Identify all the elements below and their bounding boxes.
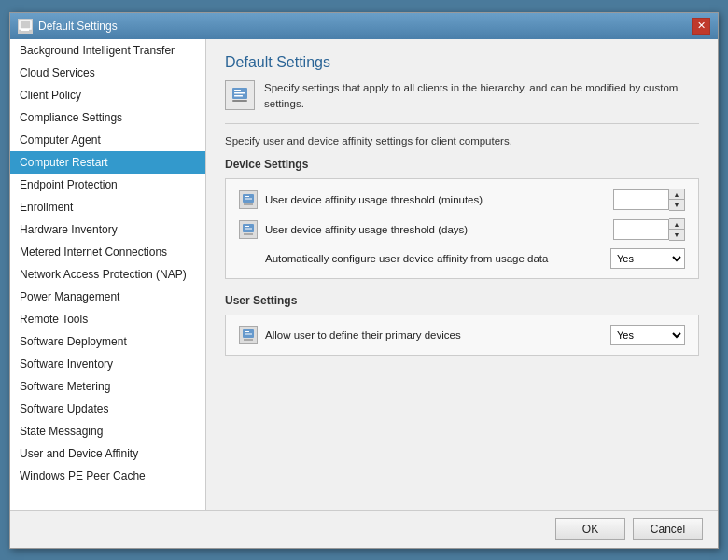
user-settings-header: User Settings (225, 294, 699, 307)
table-row: Allow user to define their primary devic… (239, 325, 685, 345)
setting-icon-4 (239, 326, 258, 344)
title-bar-left: Default Settings (18, 19, 118, 34)
svg-rect-14 (245, 229, 252, 230)
sidebar-item-9[interactable]: Metered Internet Connections (10, 241, 205, 263)
sidebar-item-14[interactable]: Software Inventory (10, 353, 205, 375)
table-row: Automatically configure user device affi… (239, 248, 685, 269)
cancel-button[interactable]: Cancel (633, 518, 703, 540)
sidebar-item-0[interactable]: Background Intelligent Transfer (10, 39, 205, 62)
spinbox-minutes-down[interactable]: ▼ (669, 200, 684, 210)
sidebar-item-3[interactable]: Compliance Settings (10, 106, 205, 129)
svg-rect-13 (245, 226, 249, 227)
svg-rect-10 (245, 199, 252, 200)
table-row: User device affinity usage threshold (da… (239, 218, 685, 241)
setting-label-minutes: User device affinity usage threshold (mi… (265, 194, 606, 205)
user-settings-section: User Settings Allow user to define their… (225, 294, 699, 356)
svg-rect-8 (244, 203, 253, 205)
setting-label-primary: Allow user to define their primary devic… (265, 329, 603, 341)
window-title: Default Settings (38, 20, 118, 33)
sidebar-item-2[interactable]: Client Policy (10, 84, 205, 106)
svg-rect-18 (245, 334, 252, 335)
sidebar-item-7[interactable]: Enrollment (10, 196, 205, 218)
svg-rect-17 (245, 331, 249, 332)
svg-rect-5 (234, 92, 245, 94)
spinbox-days-buttons: ▲ ▼ (669, 218, 685, 241)
close-button[interactable]: ✕ (692, 18, 710, 35)
spinbox-days-down[interactable]: ▼ (669, 230, 684, 240)
sidebar-item-11[interactable]: Power Management (10, 286, 205, 308)
svg-rect-9 (245, 196, 249, 197)
sidebar-item-6[interactable]: Endpoint Protection (10, 174, 205, 196)
primary-devices-select[interactable]: Yes No (610, 325, 685, 345)
setting-label-auto: Automatically configure user device affi… (265, 253, 603, 264)
sidebar-item-4[interactable]: Computer Agent (10, 129, 205, 151)
auto-configure-select[interactable]: Yes No (610, 248, 685, 269)
sidebar-item-19[interactable]: Windows PE Peer Cache (10, 465, 205, 487)
sidebar-item-17[interactable]: State Messaging (10, 420, 205, 442)
sidebar-item-8[interactable]: Hardware Inventory (10, 218, 205, 241)
sidebar-item-13[interactable]: Software Deployment (10, 330, 205, 353)
subtitle: Specify user and device affinity setting… (225, 135, 699, 147)
svg-rect-16 (244, 339, 253, 341)
svg-rect-6 (234, 95, 243, 97)
spinbox-minutes[interactable]: 2880 ▲ ▼ (613, 189, 685, 211)
sidebar-item-12[interactable]: Remote Tools (10, 308, 205, 330)
device-settings-group: User device affinity usage threshold (mi… (225, 178, 699, 279)
sidebar-item-15[interactable]: Software Metering (10, 375, 205, 398)
window-icon (18, 19, 33, 34)
setting-icon-1 (239, 190, 258, 209)
svg-rect-0 (20, 21, 31, 29)
setting-icon-2 (239, 220, 258, 239)
info-icon (225, 80, 255, 110)
spinbox-days[interactable]: 30 ▲ ▼ (613, 218, 685, 241)
spinbox-days-up[interactable]: ▲ (669, 219, 684, 230)
sidebar-item-5[interactable]: Computer Restart (10, 151, 205, 174)
svg-rect-4 (234, 90, 241, 91)
info-box: Specify settings that apply to all clien… (225, 80, 699, 125)
sidebar: Background Intelligent TransferCloud Ser… (10, 39, 206, 510)
footer: OK Cancel (10, 510, 718, 548)
spinbox-minutes-buttons: ▲ ▼ (669, 189, 685, 211)
device-settings-header: Device Settings (225, 158, 699, 171)
svg-rect-3 (232, 100, 247, 102)
device-settings-section: Device Settings User device affin (225, 158, 699, 279)
sidebar-item-16[interactable]: Software Updates (10, 398, 205, 420)
page-title: Default Settings (225, 54, 699, 71)
sidebar-item-1[interactable]: Cloud Services (10, 62, 205, 84)
svg-rect-12 (244, 233, 253, 235)
ok-button[interactable]: OK (555, 518, 625, 540)
sidebar-item-10[interactable]: Network Access Protection (NAP) (10, 263, 205, 286)
setting-label-days: User device affinity usage threshold (da… (265, 224, 606, 235)
svg-rect-1 (21, 29, 29, 31)
sidebar-item-18[interactable]: User and Device Affinity (10, 442, 205, 465)
table-row: User device affinity usage threshold (mi… (239, 189, 685, 211)
main-panel: Default Settings Specify settings that a… (206, 39, 718, 510)
spinbox-days-input[interactable]: 30 (613, 219, 669, 240)
title-bar: Default Settings ✕ (10, 13, 718, 39)
user-settings-group: Allow user to define their primary devic… (225, 315, 699, 356)
content-area: Background Intelligent TransferCloud Ser… (10, 39, 718, 510)
spinbox-minutes-up[interactable]: ▲ (669, 189, 684, 200)
main-window: Default Settings ✕ Background Intelligen… (9, 12, 719, 549)
info-text: Specify settings that apply to all clien… (264, 80, 699, 113)
spinbox-minutes-input[interactable]: 2880 (613, 189, 669, 210)
